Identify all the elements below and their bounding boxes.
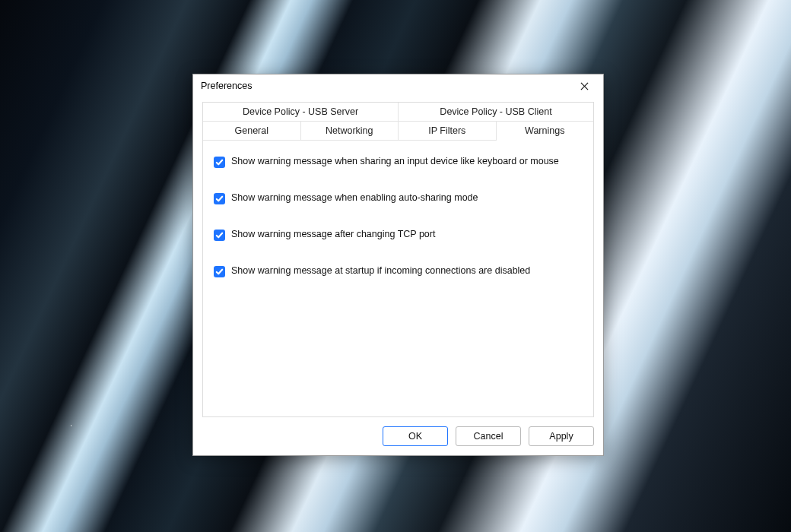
option-label: Show warning message at startup if incom… [231, 265, 530, 276]
tab-ip-filters[interactable]: IP Filters [399, 122, 497, 141]
tab-row-top: Device Policy - USB Server Device Policy… [203, 103, 593, 122]
tab-row-bottom: General Networking IP Filters Warnings [203, 122, 593, 141]
checkmark-icon [215, 231, 224, 239]
checkmark-icon [215, 158, 224, 166]
option-row: Show warning message when enabling auto-… [214, 192, 583, 204]
cancel-button[interactable]: Cancel [456, 426, 521, 446]
close-icon [580, 82, 589, 90]
tab-networking[interactable]: Networking [301, 122, 399, 141]
tab-general[interactable]: General [203, 122, 301, 141]
preferences-dialog: Preferences Device Policy - USB Server D… [192, 74, 604, 456]
checkbox-warn-incoming-disabled[interactable] [214, 266, 225, 277]
tab-device-policy-usb-client[interactable]: Device Policy - USB Client [399, 103, 593, 122]
checkbox-warn-tcp-port[interactable] [214, 230, 225, 241]
option-row: Show warning message after changing TCP … [214, 229, 583, 241]
option-label: Show warning message after changing TCP … [231, 229, 435, 239]
dialog-button-row: OK Cancel Apply [202, 417, 594, 446]
option-label: Show warning message when sharing an inp… [231, 156, 559, 166]
option-label: Show warning message when enabling auto-… [231, 192, 478, 203]
dialog-title: Preferences [201, 81, 570, 91]
checkmark-icon [215, 195, 224, 203]
titlebar[interactable]: Preferences [193, 74, 603, 97]
checkmark-icon [215, 268, 224, 276]
dialog-body: Device Policy - USB Server Device Policy… [193, 97, 603, 455]
close-button[interactable] [570, 76, 599, 96]
tab-panel-warnings: Show warning message when sharing an inp… [202, 141, 594, 417]
option-row: Show warning message at startup if incom… [214, 265, 583, 277]
option-row: Show warning message when sharing an inp… [214, 156, 583, 168]
apply-button[interactable]: Apply [529, 426, 594, 446]
checkbox-warn-auto-sharing[interactable] [214, 193, 225, 204]
ok-button[interactable]: OK [383, 426, 448, 446]
tab-strip: Device Policy - USB Server Device Policy… [202, 102, 594, 141]
tab-warnings[interactable]: Warnings [497, 122, 594, 141]
checkbox-warn-input-device[interactable] [214, 157, 225, 168]
tab-device-policy-usb-server[interactable]: Device Policy - USB Server [203, 103, 399, 122]
